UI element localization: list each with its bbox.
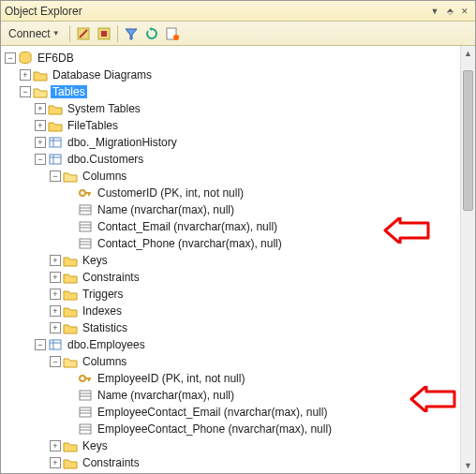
tree-node-statistics[interactable]: +Statistics xyxy=(48,319,458,336)
expand-icon[interactable]: + xyxy=(50,440,61,452)
tree-node-columns[interactable]: − Columns xyxy=(48,353,458,370)
tree-node-migration[interactable]: + dbo._MigrationHistory xyxy=(33,134,458,151)
node-label: Database Diagrams xyxy=(51,68,154,81)
svg-marker-4 xyxy=(126,29,137,39)
node-label: Contact_Email (nvarchar(max), null) xyxy=(96,220,279,233)
node-label: dbo.Employees xyxy=(66,338,147,351)
expand-icon[interactable]: + xyxy=(35,103,46,114)
tree-node-keys[interactable]: +Keys xyxy=(48,252,458,269)
tree-node-constraints[interactable]: +Constraints xyxy=(48,454,458,471)
node-label: Keys xyxy=(81,254,110,267)
table-icon xyxy=(48,152,63,167)
node-label: Tables xyxy=(51,85,87,98)
node-label: EmployeeID (PK, int, not null) xyxy=(96,372,246,385)
svg-rect-21 xyxy=(80,222,91,231)
key-icon xyxy=(78,185,93,200)
expand-icon[interactable]: + xyxy=(20,69,31,81)
node-label: Name (nvarchar(max), null) xyxy=(96,389,236,402)
collapse-icon[interactable]: − xyxy=(50,356,61,367)
toolbar: Connect ▼ xyxy=(1,22,475,46)
folder-open-icon xyxy=(33,84,48,99)
folder-open-icon xyxy=(63,354,78,369)
dropdown-icon[interactable]: ▼ xyxy=(428,5,441,18)
node-label: Constraints xyxy=(81,456,141,469)
svg-rect-3 xyxy=(101,31,107,37)
node-label: dbo.Customers xyxy=(66,153,145,166)
pin-icon[interactable]: ⬘ xyxy=(443,5,456,18)
tree-node-column[interactable]: Contact_Email (nvarchar(max), null) xyxy=(63,218,458,235)
tree-view[interactable]: − EF6DB + Database Diagrams − Tables + S… xyxy=(1,46,460,473)
script-icon[interactable] xyxy=(165,26,180,41)
node-label: CustomerID (PK, int, not null) xyxy=(96,186,245,200)
node-label: Columns xyxy=(81,355,128,368)
expand-icon[interactable]: + xyxy=(50,457,61,468)
tree-node-employees[interactable]: − dbo.Employees xyxy=(33,336,458,353)
key-icon xyxy=(78,371,93,386)
connect-label: Connect xyxy=(8,27,51,40)
expand-icon[interactable]: + xyxy=(35,120,46,131)
expand-icon[interactable]: + xyxy=(50,322,61,333)
folder-icon xyxy=(63,270,78,285)
node-label: EF6DB xyxy=(36,52,76,65)
node-label: System Tables xyxy=(66,102,142,115)
tree-node-column[interactable]: EmployeeID (PK, int, not null) xyxy=(63,370,458,387)
column-icon xyxy=(78,405,93,420)
scroll-up-icon[interactable]: ▲ xyxy=(461,46,475,61)
tree-node-database[interactable]: − EF6DB xyxy=(3,50,458,67)
collapse-icon[interactable]: − xyxy=(50,170,61,182)
disconnect-icon[interactable] xyxy=(76,26,91,41)
tree-node-diagrams[interactable]: + Database Diagrams xyxy=(18,67,458,83)
tree-node-columns[interactable]: − Columns xyxy=(48,168,458,185)
collapse-icon[interactable]: − xyxy=(35,339,46,350)
svg-rect-18 xyxy=(80,205,91,215)
connect-button[interactable]: Connect ▼ xyxy=(5,25,64,42)
tree-node-systables[interactable]: + System Tables xyxy=(33,100,458,117)
close-icon[interactable]: ✕ xyxy=(458,5,471,18)
tree-node-tables[interactable]: − Tables xyxy=(18,83,458,100)
table-icon xyxy=(48,337,63,352)
node-label: Keys xyxy=(81,439,110,452)
stop-icon[interactable] xyxy=(97,26,112,41)
node-label: Triggers xyxy=(81,288,126,301)
tree-node-filetables[interactable]: + FileTables xyxy=(33,117,458,134)
svg-rect-12 xyxy=(50,155,61,164)
scrollbar-thumb[interactable] xyxy=(463,70,473,211)
database-icon xyxy=(18,51,33,66)
expand-icon[interactable]: + xyxy=(50,272,61,283)
tree-node-column[interactable]: EmployeeContact_Phone (nvarchar(max), nu… xyxy=(63,421,458,437)
folder-icon xyxy=(48,101,63,116)
folder-icon xyxy=(63,320,78,335)
scroll-down-icon[interactable]: ▼ xyxy=(461,458,475,473)
svg-marker-5 xyxy=(149,27,152,31)
refresh-icon[interactable] xyxy=(144,26,159,41)
node-label: Name (nvarchar(max), null) xyxy=(96,203,236,216)
tree-node-constraints[interactable]: +Constraints xyxy=(48,269,458,286)
expand-icon[interactable]: + xyxy=(35,137,46,148)
tree-node-column[interactable]: Contact_Phone (nvarchar(max), null) xyxy=(63,235,458,252)
expand-icon[interactable]: + xyxy=(50,255,61,266)
tree-node-column[interactable]: Name (nvarchar(max), null) xyxy=(63,201,458,218)
tree-node-column[interactable]: EmployeeContact_Email (nvarchar(max), nu… xyxy=(63,404,458,421)
folder-icon xyxy=(63,287,78,302)
svg-rect-33 xyxy=(80,391,91,400)
tree-node-column[interactable]: Name (nvarchar(max), null) xyxy=(63,387,458,404)
node-label: FileTables xyxy=(66,119,120,132)
node-label: Indexes xyxy=(81,304,124,318)
vertical-scrollbar[interactable]: ▲ ▼ xyxy=(460,46,475,473)
separator xyxy=(117,25,118,42)
tree-node-keys[interactable]: +Keys xyxy=(48,437,458,454)
node-label: EmployeeContact_Phone (nvarchar(max), nu… xyxy=(96,422,334,436)
tree-node-triggers[interactable]: +Triggers xyxy=(48,286,458,303)
tree-node-customers[interactable]: − dbo.Customers xyxy=(33,151,458,168)
filter-icon[interactable] xyxy=(124,26,139,41)
folder-icon xyxy=(63,438,78,453)
collapse-icon[interactable]: − xyxy=(20,86,31,97)
collapse-icon[interactable]: − xyxy=(35,154,46,165)
tree-node-column[interactable]: CustomerID (PK, int, not null) xyxy=(63,185,458,201)
expand-icon[interactable]: + xyxy=(50,305,61,317)
tree-node-indexes[interactable]: +Indexes xyxy=(48,303,458,319)
collapse-icon[interactable]: − xyxy=(5,52,16,64)
expand-icon[interactable]: + xyxy=(50,289,61,300)
node-label: Constraints xyxy=(81,271,141,284)
column-icon xyxy=(78,202,93,217)
